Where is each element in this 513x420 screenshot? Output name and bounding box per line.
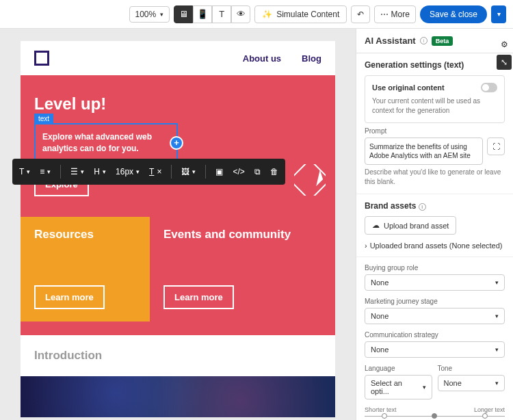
copy-button[interactable]: ⧉ [254, 167, 261, 176]
device-preview-group: 🖥 📱 T 👁 [174, 5, 250, 23]
buying-role-select[interactable]: None▾ [365, 274, 505, 291]
journey-stage-label: Marketing journey stage [365, 298, 505, 305]
card-title: Events and community [163, 228, 295, 241]
language-label: Language [365, 365, 432, 372]
page-preview: About us Blog Level up! text Explore wha… [21, 41, 335, 417]
chevron-right-icon: › [365, 241, 367, 250]
panel-header: AI Assistanti Beta [356, 29, 513, 53]
beta-badge: Beta [432, 36, 453, 46]
clear-format-button[interactable]: T× [149, 167, 161, 176]
selection-tag: text [34, 114, 53, 124]
selected-text-block[interactable]: text Explore what advanced web analytics… [34, 123, 178, 163]
brand-assets-tree[interactable]: ›Uploaded brand assets (None selected) [365, 241, 505, 250]
resources-card: Resources Learn more [21, 217, 150, 321]
prompt-expand-button[interactable]: ⛶ [487, 137, 505, 155]
prompt-input[interactable]: Summarize the benefits of using Adobe An… [365, 137, 483, 165]
learn-more-button[interactable]: Learn more [34, 285, 105, 309]
tone-select[interactable]: None▾ [438, 375, 505, 391]
nav-item[interactable]: About us [243, 53, 281, 64]
zoom-select[interactable]: 100%▾ [129, 6, 170, 23]
generation-settings-title: Generation settings (text) [365, 60, 505, 70]
slider-left-label: Shorter text [365, 406, 397, 413]
top-toolbar: 100%▾ 🖥 📱 T 👁 ✨Simulate Content ↶ ⋯ More… [0, 0, 513, 29]
heading-button[interactable]: H▾ [94, 167, 106, 176]
buying-role-label: Buying group role [365, 264, 505, 272]
language-select[interactable]: Select an opti...▾ [365, 375, 432, 399]
add-icon[interactable]: + [170, 136, 183, 150]
info-icon[interactable]: i [420, 37, 428, 44]
delete-button[interactable]: 🗑 [270, 167, 278, 176]
comm-strategy-label: Communication strategy [365, 331, 505, 339]
decoration-icon [294, 164, 326, 196]
use-original-label: Use original content [372, 83, 445, 92]
list-button[interactable]: ☰▾ [70, 167, 84, 176]
align-button[interactable]: ≡▾ [40, 167, 51, 176]
code-button[interactable]: </> [233, 167, 244, 176]
card-title: Resources [34, 228, 137, 241]
text-style-button[interactable]: T▾ [19, 167, 30, 176]
learn-more-button[interactable]: Learn more [163, 285, 234, 309]
right-rail: ⚙ ⤡ [494, 34, 513, 73]
wand-icon: ✨ [262, 10, 272, 19]
nav-item[interactable]: Blog [302, 53, 321, 64]
collapse-icon[interactable]: ⤡ [497, 55, 512, 70]
mobile-icon[interactable]: 📱 [193, 5, 212, 23]
media-button[interactable]: ▣ [215, 167, 223, 176]
length-slider[interactable] [365, 416, 505, 417]
prompt-hint: Describe what you'd like to generate or … [365, 168, 505, 187]
text-mode-icon[interactable]: T [212, 5, 231, 23]
image-button[interactable]: 🖼▾ [181, 167, 196, 176]
editor-canvas: About us Blog Level up! text Explore wha… [0, 29, 356, 420]
simulate-content-button[interactable]: ✨Simulate Content [254, 5, 347, 23]
page-header: About us Blog [21, 41, 335, 75]
text-format-toolbar: T▾ ≡▾ ☰▾ H▾ 16px▾ T× 🖼▾ ▣ </> ⧉ 🗑 [12, 159, 285, 185]
save-close-button[interactable]: Save & close [420, 5, 487, 23]
tone-label: Tone [438, 365, 505, 372]
events-card: Events and community Learn more [150, 217, 308, 321]
hero-subtext: Explore what advanced web analytics can … [42, 131, 170, 155]
info-icon[interactable]: i [419, 203, 426, 211]
comm-strategy-select[interactable]: None▾ [365, 341, 505, 358]
use-original-hint: Your current content will be used as con… [372, 96, 497, 116]
save-dropdown-button[interactable]: ▾ [491, 5, 506, 23]
brand-assets-title: Brand assets i [365, 201, 505, 211]
logo-icon [34, 51, 49, 66]
desktop-icon[interactable]: 🖥 [174, 5, 193, 23]
slider-right-label: Longer text [474, 406, 505, 413]
journey-stage-select[interactable]: None▾ [365, 308, 505, 324]
settings-icon[interactable]: ⚙ [497, 37, 512, 52]
use-original-toggle[interactable] [481, 83, 497, 92]
hero-section: Level up! text Explore what advanced web… [21, 75, 335, 335]
chevron-down-icon: ▾ [160, 11, 163, 18]
preview-icon[interactable]: 👁 [231, 5, 250, 23]
font-size-select[interactable]: 16px▾ [116, 167, 140, 176]
more-button[interactable]: ⋯ More [374, 5, 416, 23]
hero-image [21, 376, 335, 417]
nav-links: About us Blog [243, 53, 321, 64]
intro-heading: Introduction [21, 335, 335, 376]
undo-button[interactable]: ↶ [351, 5, 370, 23]
ai-assistant-panel: AI Assistanti Beta Generation settings (… [356, 29, 513, 420]
upload-brand-asset-button[interactable]: ☁Upload brand asset [365, 216, 456, 235]
hero-title: Level up! [34, 94, 321, 114]
prompt-label: Prompt [365, 127, 505, 135]
upload-icon: ☁ [372, 221, 380, 230]
